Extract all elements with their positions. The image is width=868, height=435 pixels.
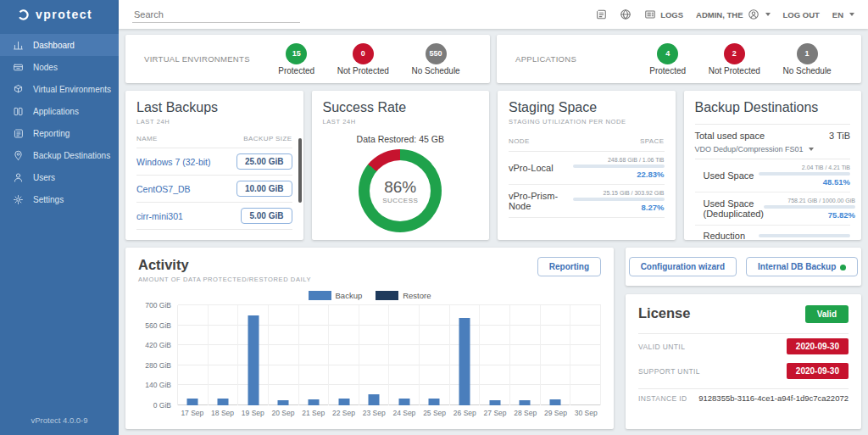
backup-name-link[interactable]: CentOS7_DB xyxy=(136,184,191,194)
x-tick-label: 23 Sep xyxy=(359,409,389,417)
metric-label: Reduction Ratio xyxy=(695,231,760,240)
sidebar-item-label: Users xyxy=(33,173,55,182)
topbar: LOGS ADMIN, THE LOG OUT EN xyxy=(119,0,868,29)
scrollbar-thumb[interactable] xyxy=(298,138,302,203)
chart-category xyxy=(238,305,269,405)
gear-icon xyxy=(13,194,24,205)
y-tick-label: 420 GiB xyxy=(145,341,171,349)
backup-bar xyxy=(278,400,289,405)
success-label: SUCCESS xyxy=(382,197,418,204)
tasks-icon[interactable] xyxy=(595,8,607,20)
legend-item[interactable]: Backup xyxy=(309,291,363,300)
user-menu[interactable]: ADMIN, THE xyxy=(696,8,770,20)
progress-bar xyxy=(759,172,850,176)
sidebar-item-dashboard[interactable]: Dashboard xyxy=(0,34,119,56)
chart-category xyxy=(178,305,209,405)
backup-name-link[interactable]: Windows 7 (32-bit) xyxy=(136,157,211,167)
activity-card: Activity AMOUNT OF DATA PROTECTED/RESTOR… xyxy=(125,248,614,429)
sidebar-item-label: Virtual Environments xyxy=(33,85,111,94)
x-tick-label: 25 Sep xyxy=(420,409,450,417)
destination-metric-row: Used Space 2.04 TiB / 4.21 TiB 48.51% xyxy=(695,159,851,192)
y-tick-label: 560 GiB xyxy=(145,321,171,330)
logo: vprotect xyxy=(0,0,119,29)
app-root: vprotect Dashboard Nodes Virtual Environ… xyxy=(0,0,868,435)
usage-percent: 48.51% xyxy=(823,177,850,187)
backup-bar xyxy=(459,318,470,405)
instance-id-value: 9128355b-3116-4ce1-a94f-1d9c7ca22072 xyxy=(698,393,849,403)
map-pin-icon xyxy=(13,150,24,161)
globe-icon[interactable] xyxy=(620,8,632,20)
report-scroll-icon xyxy=(13,128,24,139)
node-name: vPro-Prism-Node xyxy=(509,191,573,211)
dashboard-content: VIRTUAL ENVIRONMENTS 15 Protected 0 Not … xyxy=(119,29,868,435)
destination-metric-row: Used Space (Deduplicated) 758.21 GiB / 1… xyxy=(695,192,851,226)
vprotect-logo-icon xyxy=(17,8,30,21)
status-badge: 1 xyxy=(797,43,818,64)
backup-name-link[interactable]: cirr-mini301 xyxy=(136,211,183,221)
bottom-row: Activity AMOUNT OF DATA PROTECTED/RESTOR… xyxy=(125,248,861,429)
support-until-badge: 2020-09-30 xyxy=(787,363,849,379)
sidebar-item-nodes[interactable]: Nodes xyxy=(0,56,119,78)
avatar-icon xyxy=(748,8,760,20)
logout-button[interactable]: LOG OUT xyxy=(783,10,820,20)
sidebar-item-virtual-environments[interactable]: Virtual Environments xyxy=(0,78,119,100)
table-row: CentOS7_DB 10.00 GiB xyxy=(136,176,292,203)
stat-not-protected: 0 Not Protected xyxy=(337,43,389,75)
y-tick-label: 140 GiB xyxy=(145,381,171,389)
logs-icon xyxy=(644,8,656,20)
backup-bar xyxy=(308,399,319,405)
x-tick-label: 28 Sep xyxy=(510,409,541,417)
logo-text: vprotect xyxy=(36,8,92,21)
status-badge: 2 xyxy=(724,43,745,64)
backup-bar xyxy=(217,399,228,405)
chart-category xyxy=(299,305,330,405)
metric-label: Used Space xyxy=(695,170,754,181)
y-tick-label: 0 GiB xyxy=(153,401,171,410)
backup-size-chip[interactable]: 10.00 GiB xyxy=(236,181,292,197)
card-title: APPLICATIONS xyxy=(515,54,638,64)
sidebar-nav: Dashboard Nodes Virtual Environments App… xyxy=(0,34,119,210)
legend-item[interactable]: Restore xyxy=(376,291,431,300)
stat-not-protected: 2 Not Protected xyxy=(709,43,760,75)
y-axis: 0 GiB140 GiB280 GiB420 GiB560 GiB700 GiB xyxy=(138,305,177,405)
language-menu[interactable]: EN xyxy=(832,10,854,20)
success-rate-card: Success Rate LAST 24H Data Restored: 45 … xyxy=(312,91,490,240)
panel-title: Staging Space xyxy=(509,100,665,115)
sidebar-item-reporting[interactable]: Reporting xyxy=(0,122,119,144)
backup-size-chip[interactable]: 5.00 GiB xyxy=(241,208,292,224)
sidebar-item-applications[interactable]: Applications xyxy=(0,100,119,122)
destination-selector[interactable]: VDO Dedup/Compression FS01 xyxy=(695,145,851,159)
status-badge: 0 xyxy=(353,43,374,64)
y-tick-label: 280 GiB xyxy=(145,361,171,370)
user-icon xyxy=(13,172,24,183)
panel-subtitle: AMOUNT OF DATA PROTECTED/RESTORED DAILY xyxy=(138,276,601,283)
internal-db-backup-button[interactable]: Internal DB Backup xyxy=(746,257,858,276)
chevron-down-icon xyxy=(849,13,854,16)
data-restored-label: Data Restored: 45 GB xyxy=(323,134,479,144)
configuration-wizard-button[interactable]: Configuration wizard xyxy=(629,257,737,276)
sidebar-item-settings[interactable]: Settings xyxy=(0,188,119,210)
logs-link[interactable]: LOGS xyxy=(644,8,683,20)
backup-size-chip[interactable]: 25.00 GiB xyxy=(236,153,292,170)
search-input[interactable] xyxy=(132,7,300,23)
table-header: NAME BACKUP SIZE xyxy=(136,135,292,148)
backup-bar xyxy=(489,400,500,405)
right-column: Configuration wizard Internal DB Backup … xyxy=(626,248,861,429)
chart-category xyxy=(541,305,571,405)
x-tick-label: 29 Sep xyxy=(541,409,571,417)
status-dot xyxy=(840,265,846,270)
staging-space-card: Staging Space STAGING UTILIZATION PER NO… xyxy=(498,91,676,240)
nodes-icon xyxy=(13,62,24,73)
stat-protected: 4 Protected xyxy=(649,43,686,75)
progress-bar xyxy=(764,205,855,209)
chart-legend: BackupRestore xyxy=(138,291,601,300)
x-tick-label: 19 Sep xyxy=(237,409,268,417)
license-status-badge: Valid xyxy=(805,305,849,323)
sidebar-item-users[interactable]: Users xyxy=(0,166,119,188)
activity-chart: 0 GiB140 GiB280 GiB420 GiB560 GiB700 GiB… xyxy=(138,305,601,420)
sidebar-item-label: Backup Destinations xyxy=(33,151,110,160)
chart-category xyxy=(389,305,420,405)
reporting-button[interactable]: Reporting xyxy=(537,257,601,276)
cube-icon xyxy=(13,84,24,95)
sidebar-item-backup-destinations[interactable]: Backup Destinations xyxy=(0,144,119,166)
